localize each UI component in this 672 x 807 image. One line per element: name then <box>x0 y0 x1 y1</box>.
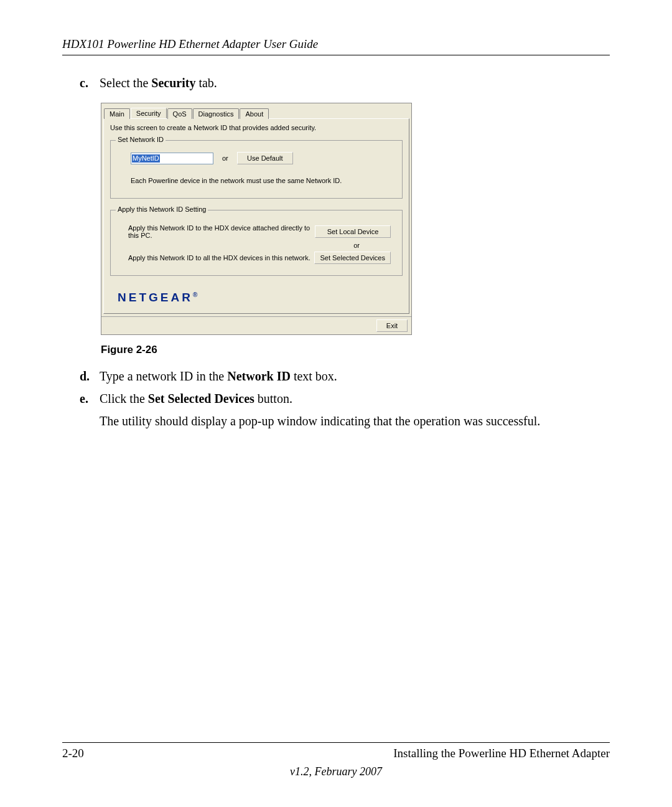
brand-reg-icon: ® <box>193 291 197 298</box>
figure-caption: Figure 2-26 <box>101 344 610 356</box>
tab-diagnostics[interactable]: Diagnostics <box>193 108 240 119</box>
or-label-2: or <box>119 242 360 249</box>
exit-button[interactable]: Exit <box>376 319 408 332</box>
step-d-post: text box. <box>291 369 337 383</box>
tab-about[interactable]: About <box>240 108 269 119</box>
or-label-1: or <box>222 154 228 162</box>
step-letter: d. <box>80 367 100 385</box>
step-e-continuation: The utility should display a pop-up wind… <box>100 412 610 430</box>
page-header: HDX101 Powerline HD Ethernet Adapter Use… <box>62 37 610 55</box>
step-letter: c. <box>80 74 100 92</box>
step-e-pre: Click the <box>100 392 148 405</box>
tab-security[interactable]: Security <box>131 108 167 118</box>
step-text: Select the Security tab. <box>100 74 217 92</box>
footer-version: v1.2, February 2007 <box>62 765 610 778</box>
brand-logo: NETGEAR® <box>110 287 403 308</box>
apply-selected-text: Apply this Network ID to all the HDX dev… <box>128 254 310 262</box>
step-letter: e. <box>80 390 100 407</box>
network-id-note: Each Powerline device in the network mus… <box>131 177 393 184</box>
step-c-bold: Security <box>151 76 195 90</box>
set-selected-devices-button[interactable]: Set Selected Devices <box>314 252 391 264</box>
step-d-pre: Type a network ID in the <box>100 369 227 383</box>
tab-qos[interactable]: QoS <box>167 108 192 119</box>
footer-section: Installing the Powerline HD Ethernet Ada… <box>393 747 610 760</box>
step-d: d. Type a network ID in the Network ID t… <box>80 367 610 385</box>
brand-text: NETGEAR <box>118 291 193 304</box>
tab-strip: Main Security QoS Diagnostics About <box>101 103 411 118</box>
set-local-device-button[interactable]: Set Local Device <box>315 225 391 238</box>
network-id-value: MyNetID <box>132 154 160 163</box>
network-id-input[interactable]: MyNetID <box>131 153 213 164</box>
group-legend-1: Set Network ID <box>116 136 166 143</box>
tab-panel: Use this screen to create a Network ID t… <box>103 118 409 314</box>
step-e-post: button. <box>254 392 292 405</box>
figure-screenshot: Main Security QoS Diagnostics About Use … <box>101 103 610 335</box>
page-number: 2-20 <box>62 747 84 760</box>
group-set-network-id: Set Network ID MyNetID or Use Default Ea… <box>110 140 403 199</box>
tab-main[interactable]: Main <box>104 108 130 119</box>
step-text: Click the Set Selected Devices button. <box>100 390 292 407</box>
use-default-button[interactable]: Use Default <box>237 152 293 164</box>
step-e-bold: Set Selected Devices <box>148 392 254 405</box>
page-footer: 2-20 Installing the Powerline HD Etherne… <box>62 742 610 778</box>
step-c-pre: Select the <box>100 76 151 90</box>
apply-local-text: Apply this Network ID to the HDX device … <box>128 224 315 239</box>
group-apply-setting: Apply this Network ID Setting Apply this… <box>110 210 403 276</box>
step-c: c. Select the Security tab. <box>80 74 610 92</box>
group-legend-2: Apply this Network ID Setting <box>116 205 208 213</box>
security-dialog: Main Security QoS Diagnostics About Use … <box>101 103 412 335</box>
panel-instruction: Use this screen to create a Network ID t… <box>110 124 403 131</box>
dialog-bottom-bar: Exit <box>101 316 411 334</box>
step-e: e. Click the Set Selected Devices button… <box>80 390 610 407</box>
step-c-post: tab. <box>195 76 217 90</box>
step-d-bold: Network ID <box>227 369 291 383</box>
step-text: Type a network ID in the Network ID text… <box>100 367 337 385</box>
